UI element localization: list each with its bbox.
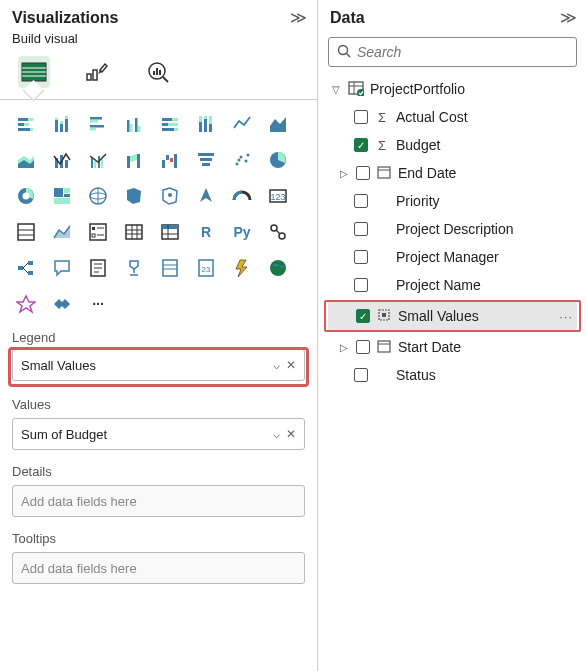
vicon-r-visual[interactable]: R: [192, 218, 220, 246]
vicon-azure-map[interactable]: [156, 182, 184, 210]
field-row-end-date[interactable]: ▷End Date: [326, 159, 579, 187]
chevron-down-icon[interactable]: ⌵: [273, 427, 280, 441]
field-checkbox[interactable]: [354, 250, 368, 264]
svg-line-105: [23, 263, 28, 268]
vicon-line-clustered-column[interactable]: [84, 146, 112, 174]
vicon-filled-map[interactable]: [120, 182, 148, 210]
fields-tree: ▽ ProjectPortfolio ΣActual Cost✓ΣBudget▷…: [318, 75, 587, 389]
vicon-treemap[interactable]: [48, 182, 76, 210]
field-row-small-values[interactable]: ✓Small Values···: [328, 302, 577, 330]
tab-format-visual[interactable]: [80, 56, 112, 88]
chevron-right-icon[interactable]: ▷: [338, 342, 350, 353]
field-row-priority[interactable]: Priority: [326, 187, 579, 215]
remove-field-icon[interactable]: ✕: [286, 358, 296, 372]
vicon-ribbon[interactable]: [120, 146, 148, 174]
svg-rect-38: [199, 116, 202, 122]
svg-rect-72: [64, 188, 70, 193]
field-checkbox[interactable]: [354, 222, 368, 236]
field-checkbox[interactable]: [356, 340, 370, 354]
search-box[interactable]: [328, 37, 577, 67]
vicon-python-visual[interactable]: Py: [228, 218, 256, 246]
field-checkbox[interactable]: [354, 278, 368, 292]
vicon-custom-2[interactable]: [48, 290, 76, 318]
vicon-donut[interactable]: [12, 182, 40, 210]
collapse-data-icon[interactable]: ≫: [560, 8, 577, 27]
vicon-key-influencers[interactable]: [264, 218, 292, 246]
vicon-custom-1[interactable]: [12, 290, 40, 318]
field-row-budget[interactable]: ✓ΣBudget: [326, 131, 579, 159]
vicon-more[interactable]: ···: [84, 290, 112, 318]
field-checkbox[interactable]: [356, 166, 370, 180]
chevron-down-icon[interactable]: ⌵: [273, 358, 280, 372]
remove-field-icon[interactable]: ✕: [286, 427, 296, 441]
chevron-right-icon[interactable]: ▷: [338, 168, 350, 179]
vicon-kpi[interactable]: [48, 218, 76, 246]
field-label: End Date: [398, 165, 575, 181]
field-row-project-manager[interactable]: Project Manager: [326, 243, 579, 271]
vicon-pie[interactable]: [264, 146, 292, 174]
field-row-actual-cost[interactable]: ΣActual Cost: [326, 103, 579, 131]
vicon-slicer[interactable]: [84, 218, 112, 246]
vicon-clustered-bar[interactable]: [84, 110, 112, 138]
vicon-area[interactable]: [264, 110, 292, 138]
svg-point-67: [238, 159, 241, 162]
field-checkbox[interactable]: ✓: [356, 309, 370, 323]
vicon-clustered-column[interactable]: [120, 110, 148, 138]
vicon-map[interactable]: [84, 182, 112, 210]
vicon-decomposition-tree[interactable]: [12, 254, 40, 282]
vicon-waterfall[interactable]: [156, 146, 184, 174]
field-row-project-name[interactable]: Project Name: [326, 271, 579, 299]
svg-rect-85: [90, 224, 106, 240]
vicon-100-stacked-column[interactable]: [192, 110, 220, 138]
svg-point-66: [247, 154, 250, 157]
vicon-power-apps[interactable]: 23: [192, 254, 220, 282]
field-row-start-date[interactable]: ▷Start Date: [326, 333, 579, 361]
vicon-table[interactable]: [120, 218, 148, 246]
table-row-projectportfolio[interactable]: ▽ ProjectPortfolio: [326, 75, 579, 103]
vicon-multi-row-card[interactable]: [12, 218, 40, 246]
vicon-stacked-column[interactable]: [48, 110, 76, 138]
vicon-qa[interactable]: [48, 254, 76, 282]
vicon-card[interactable]: 123: [264, 182, 292, 210]
vicon-arcgis[interactable]: [264, 254, 292, 282]
tooltips-field-well[interactable]: Add data fields here: [12, 552, 305, 584]
vicon-100-stacked-bar[interactable]: [156, 110, 184, 138]
field-checkbox[interactable]: [354, 110, 368, 124]
collapse-viz-icon[interactable]: ≫: [290, 8, 307, 27]
field-label: Status: [396, 367, 575, 383]
vicon-line-stacked-column[interactable]: [48, 146, 76, 174]
field-checkbox[interactable]: [354, 368, 368, 382]
vicon-power-automate[interactable]: [228, 254, 256, 282]
values-field-well[interactable]: Sum of Budget ⌵ ✕: [12, 418, 305, 450]
tab-analytics[interactable]: [142, 56, 174, 88]
svg-rect-19: [60, 124, 63, 132]
field-row-status[interactable]: Status: [326, 361, 579, 389]
legend-field-well[interactable]: Small Values ⌵ ✕: [12, 349, 305, 381]
svg-rect-39: [204, 119, 207, 132]
vicon-stacked-area[interactable]: [12, 146, 40, 174]
field-label: Project Description: [396, 221, 575, 237]
field-label: Small Values: [398, 308, 553, 324]
search-input[interactable]: [357, 44, 568, 60]
field-row-project-description[interactable]: Project Description: [326, 215, 579, 243]
vicon-stacked-bar[interactable]: [12, 110, 40, 138]
vicon-matrix[interactable]: [156, 218, 184, 246]
svg-marker-43: [270, 117, 286, 132]
tab-build-visual[interactable]: [18, 56, 50, 88]
vicon-scatter[interactable]: [228, 146, 256, 174]
field-checkbox[interactable]: [354, 194, 368, 208]
vicon-goals[interactable]: [120, 254, 148, 282]
details-field-well[interactable]: Add data fields here: [12, 485, 305, 517]
vicon-funnel[interactable]: [192, 146, 220, 174]
vicon-smart-narrative[interactable]: [84, 254, 112, 282]
vicon-gauge[interactable]: [228, 182, 256, 210]
svg-line-106: [23, 268, 28, 273]
field-label: Budget: [396, 137, 575, 153]
field-more-icon[interactable]: ···: [559, 309, 573, 324]
field-checkbox[interactable]: ✓: [354, 138, 368, 152]
viz-subtitle: Build visual: [0, 31, 317, 52]
vicon-arrow[interactable]: [192, 182, 220, 210]
svg-rect-88: [92, 234, 95, 237]
vicon-line[interactable]: [228, 110, 256, 138]
vicon-paginated-report[interactable]: [156, 254, 184, 282]
